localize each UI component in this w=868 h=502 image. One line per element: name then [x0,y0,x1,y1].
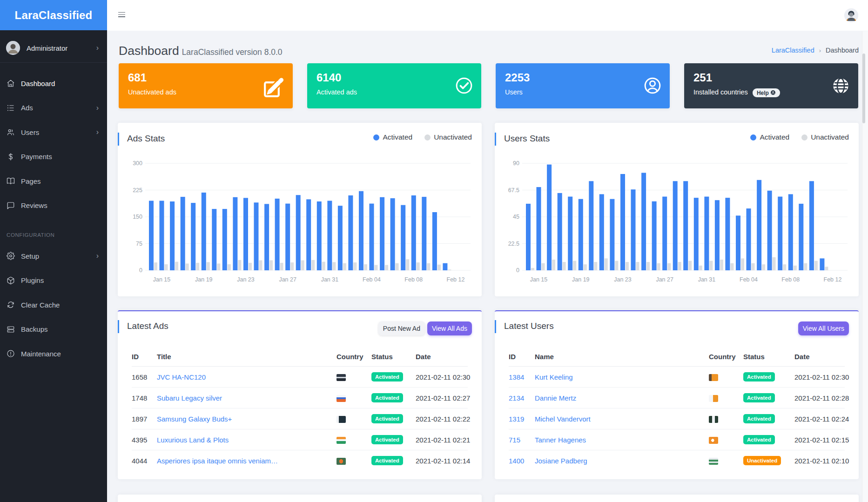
svg-text:Jan 19: Jan 19 [572,276,590,283]
svg-text:67.5: 67.5 [508,187,519,194]
svg-text:0: 0 [516,267,519,274]
svg-text:Jan 23: Jan 23 [614,276,632,283]
svg-text:90: 90 [513,160,519,167]
svg-text:Feb 08: Feb 08 [781,276,800,283]
svg-text:225: 225 [133,187,142,194]
svg-text:Jan 15: Jan 15 [530,276,548,283]
svg-text:Jan 15: Jan 15 [153,276,171,283]
svg-text:Jan 31: Jan 31 [698,276,716,283]
svg-text:Jan 19: Jan 19 [195,276,213,283]
svg-text:150: 150 [133,214,142,220]
svg-text:0: 0 [139,267,142,274]
svg-text:Jan 31: Jan 31 [321,276,339,283]
svg-text:Feb 04: Feb 04 [363,276,381,283]
svg-text:Feb 12: Feb 12 [824,276,842,283]
svg-text:Feb 08: Feb 08 [404,276,423,283]
svg-text:22.5: 22.5 [508,241,519,247]
svg-text:Jan 27: Jan 27 [656,276,673,283]
svg-text:45: 45 [513,214,519,220]
svg-text:75: 75 [136,241,142,247]
svg-text:Jan 27: Jan 27 [279,276,296,283]
svg-text:Feb 12: Feb 12 [447,276,465,283]
svg-text:Feb 04: Feb 04 [740,276,758,283]
svg-text:Jan 23: Jan 23 [237,276,255,283]
svg-text:300: 300 [133,160,142,167]
